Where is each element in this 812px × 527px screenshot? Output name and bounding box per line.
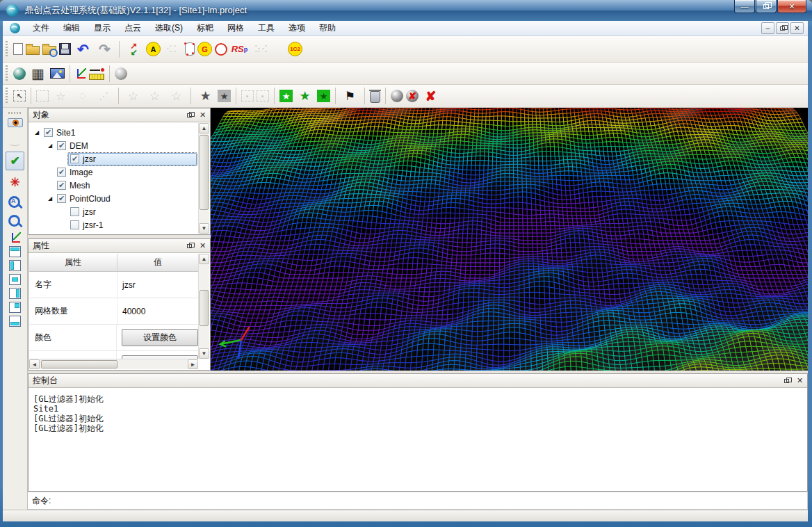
cylinder-fit-button[interactable] <box>185 42 195 56</box>
sphere-render-button[interactable] <box>115 67 127 80</box>
view-cube-left-button[interactable] <box>9 260 21 271</box>
circle-g-button[interactable]: G <box>197 42 212 56</box>
terrain-mesh-canvas[interactable] <box>211 108 808 371</box>
select-intersect-star-button[interactable]: ☆ <box>167 87 186 106</box>
console-close-button[interactable]: ✕ <box>794 375 806 386</box>
circle-o-button[interactable] <box>215 43 227 56</box>
scroll-right-icon[interactable]: ► <box>188 359 198 369</box>
scroll-up-icon[interactable]: ▲ <box>199 123 209 133</box>
checkbox-jzsr-1[interactable] <box>70 220 79 229</box>
view-cube-front-button[interactable] <box>9 274 21 285</box>
checkbox-Image[interactable]: ✔ <box>57 168 66 177</box>
select-pointer-button[interactable]: ↖ <box>13 90 26 102</box>
label-a-button[interactable]: A <box>146 42 161 56</box>
select-star-box-button[interactable]: ★ <box>218 90 231 102</box>
view-cube-top-button[interactable] <box>9 246 21 257</box>
tree-node-Site1[interactable]: ◢✔Site1 <box>29 126 198 139</box>
command-bar[interactable]: 命令: <box>28 492 808 510</box>
sphere-delete-button[interactable]: ✘ <box>406 90 419 102</box>
properties-float-button[interactable] <box>184 241 195 251</box>
sphere-view-button[interactable] <box>391 90 403 102</box>
tree-node-Image[interactable]: ✔Image <box>29 165 198 179</box>
registration-button[interactable]: ↗↙ <box>124 40 143 58</box>
menu-item-标靶[interactable]: 标靶 <box>190 21 220 35</box>
maximize-button[interactable] <box>756 0 777 13</box>
visibility-button[interactable] <box>8 118 23 127</box>
grid-table-button[interactable]: ▦ <box>29 64 47 83</box>
tree-node-jzsr[interactable]: ✔jzsr <box>29 152 198 165</box>
menu-item-编辑[interactable]: 编辑 <box>56 21 87 35</box>
curve-button[interactable]: ‿ <box>6 130 24 149</box>
clip-star-button[interactable]: ★ <box>295 87 314 106</box>
properties-scrollbar-vertical[interactable]: ▲ ▼ <box>198 254 209 359</box>
menu-item-点云[interactable]: 点云 <box>117 21 148 35</box>
scroll-down-icon[interactable]: ▼ <box>199 348 209 359</box>
console-float-button[interactable] <box>781 375 793 386</box>
measure-button[interactable] <box>89 74 104 80</box>
select-subtract-star-button[interactable]: ☆ <box>145 87 164 106</box>
minimize-button[interactable]: — <box>734 0 755 13</box>
select-lasso-button[interactable]: ◌ <box>73 87 92 106</box>
properties-close-button[interactable]: ✕ <box>197 241 209 251</box>
menu-item-网格[interactable]: 网格 <box>220 21 251 35</box>
objects-float-button[interactable] <box>184 110 195 120</box>
checkbox-DEM[interactable]: ✔ <box>57 141 66 150</box>
select-add-star-button[interactable]: ☆ <box>124 87 143 106</box>
menu-item-工具[interactable]: 工具 <box>251 21 282 35</box>
objects-close-button[interactable]: ✕ <box>197 110 209 120</box>
axis-triad-button[interactable] <box>10 232 21 243</box>
expander-icon[interactable]: ◢ <box>45 195 55 202</box>
delete-all-button[interactable]: ✘ <box>421 87 440 106</box>
console-output[interactable]: [GL过滤器]初始化Site1[GL过滤器]初始化[GL过滤器]初始化 <box>29 389 806 490</box>
region-box-button[interactable]: ▪ <box>257 90 269 102</box>
expander-icon[interactable]: ◢ <box>32 129 42 136</box>
checkbox-PointCloud[interactable]: ✔ <box>57 194 66 203</box>
scroll-left-icon[interactable]: ◄ <box>29 359 40 369</box>
menu-item-显示[interactable]: 显示 <box>87 21 117 35</box>
save-button[interactable] <box>59 43 71 55</box>
checkbox-jzsr[interactable]: ✔ <box>70 154 79 163</box>
checkbox-jzsr[interactable] <box>70 207 79 216</box>
region-edit-button[interactable]: ▪ <box>241 90 254 102</box>
properties-hscroll-thumb[interactable] <box>41 360 117 368</box>
tree-node-jzsr[interactable]: jzsr <box>29 205 198 218</box>
tree-node-DEM[interactable]: ◢✔DEM <box>29 139 198 152</box>
clip-grid-button[interactable]: ★ <box>317 90 330 102</box>
new-file-button[interactable] <box>13 43 23 55</box>
checkbox-Site1[interactable]: ✔ <box>44 128 53 137</box>
select-polygon-button[interactable]: ☆ <box>51 87 70 106</box>
select-rect-button[interactable] <box>36 90 49 102</box>
axes-xyz-button[interactable] <box>75 68 86 79</box>
image-view-button[interactable] <box>50 68 65 79</box>
tree-node-jzsr-1[interactable]: jzsr-1 <box>29 218 198 232</box>
view-cube-back-button[interactable] <box>9 302 21 313</box>
undo-button[interactable]: ↶ <box>74 40 92 58</box>
menu-item-选取(S)[interactable]: 选取(S) <box>148 21 190 35</box>
combine-1c2-button[interactable]: 1C2 <box>288 42 302 56</box>
open-project-button[interactable] <box>42 46 56 55</box>
menu-item-文件[interactable]: 文件 <box>26 21 56 35</box>
view-cube-right-button[interactable] <box>9 288 21 299</box>
reject-button[interactable]: ✳ <box>6 173 24 192</box>
close-button[interactable]: ✕ <box>777 0 806 13</box>
view-cube-bottom-button[interactable] <box>9 316 21 327</box>
tree-node-PointCloud[interactable]: ◢✔PointCloud <box>29 192 198 205</box>
menu-item-帮助[interactable]: 帮助 <box>312 21 343 35</box>
open-file-button[interactable] <box>26 46 40 55</box>
tree-scroll-thumb[interactable] <box>200 135 209 210</box>
zoom-all-button[interactable]: A <box>7 195 23 211</box>
scroll-down-icon[interactable]: ▼ <box>199 223 209 234</box>
checkbox-Mesh[interactable]: ✔ <box>57 181 66 190</box>
select-star-button[interactable]: ★ <box>196 87 215 106</box>
properties-scrollbar-horizontal[interactable]: ◄ ► <box>29 359 198 369</box>
properties-scroll-thumb[interactable] <box>200 290 209 326</box>
redo-button[interactable]: ↷ <box>95 40 114 58</box>
pointcloud-dots-button[interactable]: ⠪⠅ <box>163 40 182 58</box>
accept-button[interactable]: ✔ <box>6 152 24 170</box>
mdi-restore-button[interactable] <box>776 22 789 34</box>
color-grid-button[interactable] <box>273 40 285 58</box>
expander-icon[interactable]: ◢ <box>45 143 55 149</box>
clip-inside-button[interactable]: ★ <box>279 90 293 102</box>
menu-item-选项[interactable]: 选项 <box>282 21 312 35</box>
delete-selection-button[interactable] <box>370 91 380 103</box>
